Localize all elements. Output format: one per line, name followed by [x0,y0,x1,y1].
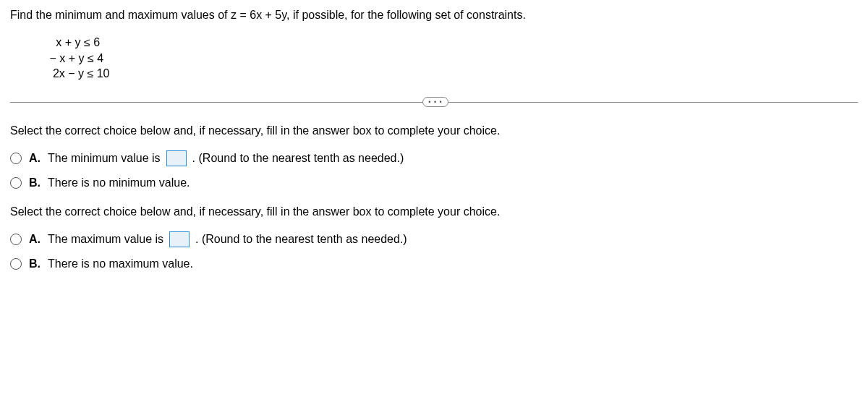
constraint-1: x + y ≤ 6 [46,35,858,51]
choice-1A-text-after: . (Round to the nearest tenth as needed.… [192,152,404,165]
choice-1A-text-before: The minimum value is [48,152,161,165]
question-text: Find the minimum and maximum values of z… [10,9,858,22]
min-value-input[interactable] [166,150,187,166]
choice-2B-row: B. There is no maximum value. [10,257,858,270]
choice-1B-text: There is no minimum value. [48,176,190,189]
max-value-input[interactable] [169,231,190,247]
choices-group-2: A. The maximum value is . (Round to the … [10,231,858,270]
choice-2A-text-after: . (Round to the nearest tenth as needed.… [195,233,407,246]
choices-group-1: A. The minimum value is . (Round to the … [10,150,858,189]
choice-2B-text: There is no maximum value. [48,257,193,270]
choice-2A-label: A. [29,233,41,246]
divider-container: • • • [10,102,858,103]
constraints-block: x + y ≤ 6 − x + y ≤ 4 2x − y ≤ 10 [46,35,858,82]
radio-2A[interactable] [10,234,22,245]
constraint-2: − x + y ≤ 4 [46,51,858,67]
constraint-3: 2x − y ≤ 10 [46,66,858,82]
instruction-1: Select the correct choice below and, if … [10,124,858,137]
radio-2B[interactable] [10,258,22,270]
choice-1B-row: B. There is no minimum value. [10,176,858,189]
choice-2B-label: B. [29,257,41,270]
radio-1A[interactable] [10,153,22,164]
choice-1A-row: A. The minimum value is . (Round to the … [10,150,858,166]
choice-2A-text-before: The maximum value is [48,233,163,246]
more-button[interactable]: • • • [422,97,448,107]
choice-2A-row: A. The maximum value is . (Round to the … [10,231,858,247]
choice-1A-label: A. [29,152,41,165]
radio-1B[interactable] [10,177,22,189]
instruction-2: Select the correct choice below and, if … [10,205,858,218]
choice-1B-label: B. [29,176,41,189]
